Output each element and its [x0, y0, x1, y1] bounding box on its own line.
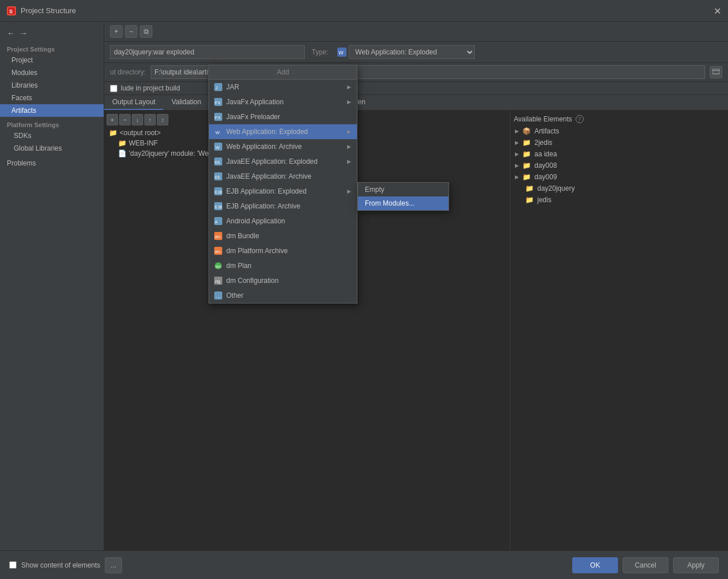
avail-item-day008[interactable]: ▶ 📁 day008 — [513, 160, 726, 171]
avail-item-day20jquery[interactable]: 📁 day20jquery — [513, 183, 726, 194]
artifact-name-input[interactable] — [110, 45, 305, 59]
include-checkbox[interactable] — [110, 85, 117, 92]
tabs-bar: Output Layout Validation Pre-processing … — [104, 95, 728, 111]
ok-button[interactable]: OK — [572, 557, 618, 573]
dm-plan-icon: dm — [214, 261, 223, 270]
app-icon: S — [7, 6, 16, 15]
jar-icon: J — [214, 82, 223, 92]
add-menu-container: Add J JAR ▶ FX JavaFx Ap — [208, 65, 357, 304]
avail-item-day009[interactable]: ▶ 📁 day009 — [513, 171, 726, 183]
menu-item-other[interactable]: … Other — [209, 288, 357, 303]
title-bar: S Project Structure ✕ — [0, 0, 728, 22]
cancel-button[interactable]: Cancel — [623, 557, 668, 573]
menu-item-javaee-exploded[interactable]: EE JavaEE Application: Exploded ▶ — [209, 154, 357, 169]
sidebar: ← → Project Settings Project Modules Lib… — [0, 22, 104, 550]
forward-arrow[interactable]: → — [19, 29, 27, 38]
svg-text:…: … — [216, 294, 221, 299]
output-dir-label: ut directory: — [110, 68, 146, 76]
javafx-app-arrow: ▶ — [347, 99, 351, 105]
menu-item-javafx-preloader[interactable]: FX JavaFx Preloader — [209, 109, 357, 124]
content-toolbar: + − ⧉ — [104, 22, 728, 42]
sidebar-item-artifacts[interactable]: Artifacts — [0, 104, 104, 117]
menu-item-dm-configuration[interactable]: cfg dm Configuration — [209, 273, 357, 288]
menu-item-dm-plan[interactable]: dm dm Plan — [209, 258, 357, 273]
svg-text:EE: EE — [215, 175, 221, 179]
submenu-item-empty[interactable]: Empty — [358, 183, 448, 196]
struct-down-button[interactable]: ↓ — [132, 114, 143, 125]
javafx-preloader-icon: FX — [214, 112, 223, 121]
include-row: lude in project build — [104, 82, 728, 95]
project-settings-header: Project Settings — [0, 42, 104, 54]
output-dir-row: ut directory: — [104, 63, 728, 82]
menu-item-ejb-archive[interactable]: EJB EJB Application: Archive — [209, 199, 357, 214]
show-content-checkbox[interactable] — [9, 561, 17, 569]
menu-item-dm-bundle[interactable]: dm dm Bundle — [209, 229, 357, 243]
artifact-header: Type: W Web Application: Exploded — [104, 42, 728, 63]
close-button[interactable]: ✕ — [714, 5, 721, 16]
sidebar-item-modules[interactable]: Modules — [0, 66, 104, 79]
include-label: lude in project build — [121, 84, 180, 92]
submenu: Empty From Modules... — [357, 182, 449, 211]
avail-item-aa-idea[interactable]: ▶ 📁 aa idea — [513, 148, 726, 160]
available-panel: Available Elements ? ▶ 📦 Artifacts ▶ 📁 2… — [510, 111, 728, 550]
copy-artifact-button[interactable]: ⧉ — [140, 25, 152, 38]
web-exploded-icon: W — [337, 48, 347, 57]
sidebar-item-project[interactable]: Project — [0, 54, 104, 66]
sidebar-item-global-libraries[interactable]: Global Libraries — [0, 142, 104, 155]
struct-up-button[interactable]: ↑ — [144, 114, 156, 125]
browse-elements-button[interactable]: ... — [105, 557, 122, 573]
ejb-exploded-icon: EJB — [214, 187, 223, 196]
svg-text:J: J — [215, 85, 218, 90]
svg-text:dm: dm — [215, 250, 221, 254]
help-icon[interactable]: ? — [576, 115, 584, 123]
svg-text:dm: dm — [215, 235, 221, 239]
apply-button[interactable]: Apply — [673, 557, 719, 573]
ejb-exploded-arrow: ▶ — [347, 188, 351, 194]
jar-arrow: ▶ — [347, 84, 351, 90]
struct-remove-button[interactable]: − — [119, 114, 131, 125]
main-container: ← → Project Settings Project Modules Lib… — [0, 22, 728, 550]
tab-output-layout[interactable]: Output Layout — [104, 95, 163, 110]
svg-text:FX: FX — [215, 115, 221, 120]
svg-text:W: W — [215, 145, 220, 150]
menu-item-dm-platform-archive[interactable]: dm dm Platform Archive — [209, 243, 357, 258]
artifact-type-select[interactable]: Web Application: Exploded — [349, 45, 475, 59]
tab-validation[interactable]: Validation — [163, 95, 209, 110]
split-pane: + − ↓ ↑ ↕ 📁 <output root> 📁 WEB-INF 📄 — [104, 111, 728, 550]
menu-item-jar[interactable]: J JAR ▶ — [209, 80, 357, 94]
menu-item-javaee-archive[interactable]: EE JavaEE Application: Archive — [209, 169, 357, 184]
svg-text:W: W — [215, 130, 220, 135]
sidebar-item-sdks[interactable]: SDKs — [0, 129, 104, 142]
web-app-archive-icon: W — [214, 142, 223, 151]
menu-item-javafx-app[interactable]: FX JavaFx Application ▶ — [209, 94, 357, 109]
add-artifact-button[interactable]: + — [110, 25, 123, 38]
svg-text:cfg: cfg — [215, 279, 220, 284]
submenu-item-from-modules[interactable]: From Modules... — [358, 196, 448, 210]
menu-item-ejb-exploded[interactable]: EJB EJB Application: Exploded ▶ — [209, 184, 357, 199]
add-menu: Add J JAR ▶ FX JavaFx Ap — [208, 65, 357, 304]
remove-artifact-button[interactable]: − — [125, 25, 137, 38]
sidebar-item-problems[interactable]: Problems — [0, 155, 104, 170]
avail-item-2jedis[interactable]: ▶ 📁 2jedis — [513, 137, 726, 148]
menu-item-web-app-archive[interactable]: W Web Application: Archive ▶ — [209, 139, 357, 154]
sidebar-item-libraries[interactable]: Libraries — [0, 79, 104, 92]
javaee-exploded-icon: EE — [214, 157, 223, 166]
struct-sort-button[interactable]: ↕ — [157, 114, 168, 125]
artifact-type-label: Type: — [312, 48, 328, 56]
back-arrow[interactable]: ← — [7, 29, 15, 38]
available-elements-header: Available Elements ? — [513, 113, 726, 125]
avail-item-jedis[interactable]: 📁 jedis — [513, 194, 726, 206]
show-content-row: Show content of elements ... — [9, 557, 122, 573]
menu-item-android[interactable]: A Android Application — [209, 214, 357, 229]
struct-add-button[interactable]: + — [107, 114, 118, 125]
avail-item-artifacts[interactable]: ▶ 📦 Artifacts — [513, 125, 726, 137]
javaee-exploded-arrow: ▶ — [347, 159, 351, 164]
svg-text:A: A — [215, 220, 218, 224]
ejb-archive-icon: EJB — [214, 202, 223, 211]
menu-item-web-app-exploded[interactable]: W Web Application: Exploded ▶ — [209, 124, 357, 139]
bottom-buttons: OK Cancel Apply — [572, 557, 719, 573]
browse-button[interactable] — [710, 66, 722, 78]
web-app-exploded-arrow: ▶ — [347, 129, 351, 135]
bottom-bar: Show content of elements ... OK Cancel A… — [0, 550, 728, 579]
sidebar-item-facets[interactable]: Facets — [0, 92, 104, 104]
